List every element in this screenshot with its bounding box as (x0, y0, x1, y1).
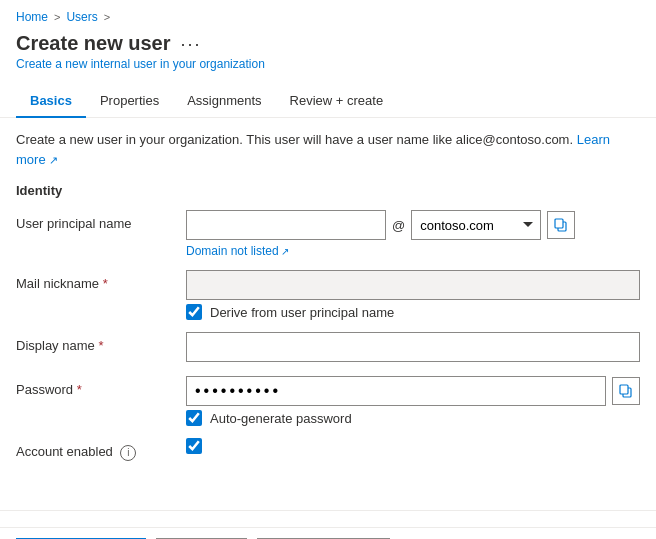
page-title: Create new user (16, 32, 171, 55)
svg-rect-1 (555, 219, 563, 228)
display-name-input[interactable] (186, 332, 640, 362)
mail-nickname-input[interactable] (186, 270, 640, 300)
upn-row: User principal name @ contoso.com Domain… (16, 210, 640, 258)
info-text: Create a new user in your organization. … (16, 130, 640, 169)
tab-basics[interactable]: Basics (16, 85, 86, 118)
account-enabled-checkbox[interactable] (186, 438, 202, 454)
autogenerate-label[interactable]: Auto-generate password (210, 411, 352, 426)
tab-review-create[interactable]: Review + create (276, 85, 398, 118)
password-input[interactable] (186, 376, 606, 406)
password-row: Password * Auto-generate password (16, 376, 640, 426)
derive-checkbox[interactable] (186, 304, 202, 320)
display-name-control-group (186, 332, 640, 362)
display-name-label: Display name * (16, 332, 186, 353)
breadcrumb-sep2: > (104, 11, 110, 23)
copy-password-button[interactable] (612, 377, 640, 405)
account-enabled-label: Account enabled i (16, 438, 186, 461)
breadcrumb: Home > Users > (0, 0, 656, 28)
domain-select[interactable]: contoso.com (411, 210, 541, 240)
form-content: Create a new user in your organization. … (0, 118, 656, 494)
derive-checkbox-label[interactable]: Derive from user principal name (210, 305, 394, 320)
at-symbol: @ (392, 218, 405, 233)
breadcrumb-users[interactable]: Users (66, 10, 97, 24)
autogenerate-password-checkbox[interactable] (186, 410, 202, 426)
mail-nickname-label: Mail nickname * (16, 270, 186, 291)
autogenerate-checkbox-row: Auto-generate password (186, 410, 640, 426)
password-control-group: Auto-generate password (186, 376, 640, 426)
breadcrumb-sep1: > (54, 11, 60, 23)
page-subtitle: Create a new internal user in your organ… (16, 57, 640, 71)
account-enabled-info-icon[interactable]: i (120, 445, 136, 461)
tab-assignments[interactable]: Assignments (173, 85, 275, 118)
mail-nickname-control-group: Derive from user principal name (186, 270, 640, 320)
mail-nickname-row: Mail nickname * Derive from user princip… (16, 270, 640, 320)
upn-input[interactable] (186, 210, 386, 240)
password-label: Password * (16, 376, 186, 397)
upn-control-group: @ contoso.com Domain not listed (186, 210, 640, 258)
derive-checkbox-row: Derive from user principal name (186, 304, 640, 320)
footer: Review + create ‹ Previous Next: Propert… (0, 527, 656, 539)
tab-properties[interactable]: Properties (86, 85, 173, 118)
domain-not-listed-link[interactable]: Domain not listed (186, 244, 640, 258)
breadcrumb-home[interactable]: Home (16, 10, 48, 24)
svg-rect-3 (620, 385, 628, 394)
account-enabled-row: Account enabled i (16, 438, 640, 470)
tabs-bar: Basics Properties Assignments Review + c… (0, 85, 656, 118)
upn-label: User principal name (16, 210, 186, 231)
page-header: Create new user ··· Create a new interna… (0, 28, 656, 79)
account-enabled-control-group (186, 438, 640, 454)
more-options-icon[interactable]: ··· (181, 35, 202, 53)
copy-upn-button[interactable] (547, 211, 575, 239)
identity-section-title: Identity (16, 183, 640, 198)
footer-divider (0, 510, 656, 511)
display-name-row: Display name * (16, 332, 640, 364)
